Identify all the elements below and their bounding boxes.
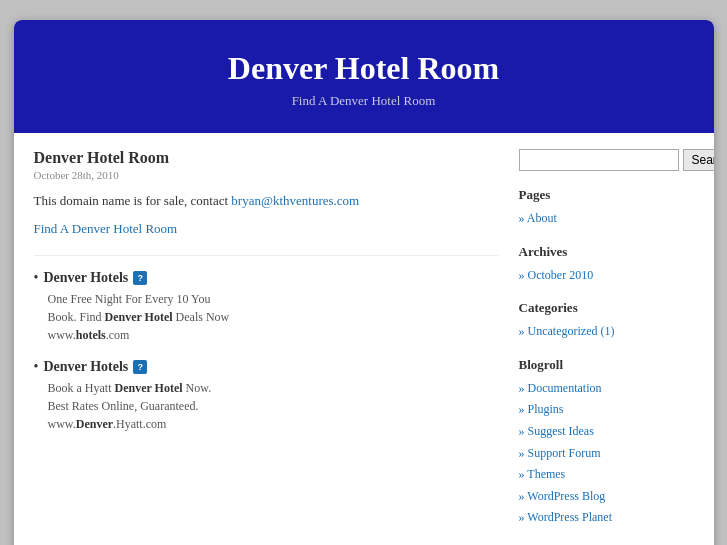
sidebar-link-uncategorized[interactable]: Uncategorized (1) — [519, 321, 694, 343]
sidebar-link-support-forum[interactable]: Support Forum — [519, 443, 694, 465]
ad-title-row: • Denver Hotels ? — [34, 270, 499, 286]
post-body-text: This domain name is for sale, contact — [34, 193, 229, 208]
ad-title-row: • Denver Hotels ? — [34, 359, 499, 375]
content-area: Denver Hotel Room October 28th, 2010 Thi… — [14, 133, 714, 545]
search-button[interactable]: Search — [683, 149, 714, 171]
categories-title: Categories — [519, 300, 694, 316]
ad-title-link[interactable]: Denver Hotels — [43, 359, 128, 375]
sidebar: Search Pages About Archives October 2010… — [519, 149, 694, 545]
ad-bullet: • — [34, 270, 39, 286]
contact-email-link[interactable]: bryan@kthventures.com — [231, 193, 359, 208]
ad-body: One Free Night For Every 10 YouBook. Fin… — [48, 290, 499, 326]
sidebar-link-october2010[interactable]: October 2010 — [519, 265, 694, 287]
ad-body: Book a Hyatt Denver Hotel Now.Best Rates… — [48, 379, 499, 415]
pages-title: Pages — [519, 187, 694, 203]
sidebar-link-themes[interactable]: Themes — [519, 464, 694, 486]
post-body: This domain name is for sale, contact br… — [34, 191, 499, 211]
sidebar-search: Search — [519, 149, 694, 171]
ad-url: www.hotels.com — [48, 328, 499, 343]
sidebar-pages: Pages About — [519, 187, 694, 230]
ad-url: www.Denver.Hyatt.com — [48, 417, 499, 432]
archives-title: Archives — [519, 244, 694, 260]
page-wrapper: Denver Hotel Room Find A Denver Hotel Ro… — [14, 20, 714, 545]
post: Denver Hotel Room October 28th, 2010 Thi… — [34, 149, 499, 237]
ad-bullet: • — [34, 359, 39, 375]
ad-item: • Denver Hotels ? Book a Hyatt Denver Ho… — [34, 359, 499, 432]
sidebar-link-about[interactable]: About — [519, 208, 694, 230]
sidebar-blogroll: Blogroll Documentation Plugins Suggest I… — [519, 357, 694, 529]
ad-item: • Denver Hotels ? One Free Night For Eve… — [34, 270, 499, 343]
sidebar-categories: Categories Uncategorized (1) — [519, 300, 694, 343]
post-date: October 28th, 2010 — [34, 169, 499, 181]
blogroll-title: Blogroll — [519, 357, 694, 373]
find-hotel-link[interactable]: Find A Denver Hotel Room — [34, 221, 178, 237]
ads-section: • Denver Hotels ? One Free Night For Eve… — [34, 255, 499, 432]
sidebar-archives: Archives October 2010 — [519, 244, 694, 287]
sidebar-link-documentation[interactable]: Documentation — [519, 378, 694, 400]
sidebar-link-wordpress-blog[interactable]: WordPress Blog — [519, 486, 694, 508]
search-input[interactable] — [519, 149, 679, 171]
site-header: Denver Hotel Room Find A Denver Hotel Ro… — [14, 20, 714, 133]
sidebar-link-wordpress-planet[interactable]: WordPress Planet — [519, 507, 694, 529]
ad-title-link[interactable]: Denver Hotels — [43, 270, 128, 286]
site-subtitle: Find A Denver Hotel Room — [34, 93, 694, 109]
ad-help-icon[interactable]: ? — [133, 360, 147, 374]
ad-help-icon[interactable]: ? — [133, 271, 147, 285]
main-content: Denver Hotel Room October 28th, 2010 Thi… — [34, 149, 499, 545]
sidebar-link-suggest-ideas[interactable]: Suggest Ideas — [519, 421, 694, 443]
site-title: Denver Hotel Room — [34, 50, 694, 87]
post-title: Denver Hotel Room — [34, 149, 499, 167]
sidebar-link-plugins[interactable]: Plugins — [519, 399, 694, 421]
